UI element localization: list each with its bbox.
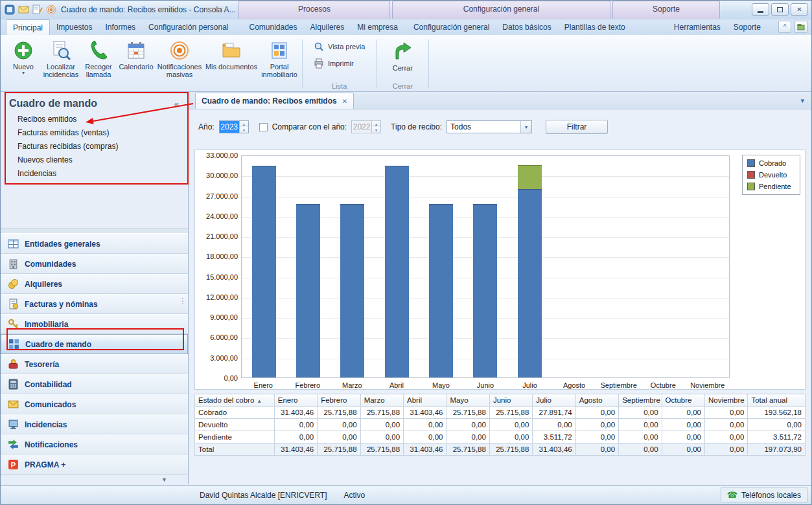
minimize-button[interactable] [752,3,769,16]
sidebar-item-incidencias[interactable]: Incidencias [1,414,188,434]
tab-list-dropdown-icon[interactable]: ▾ [800,96,804,105]
panel-item-incidencias[interactable]: Incidencias [1,167,188,181]
panel-collapse-icon[interactable]: « [174,99,179,109]
tab-principal[interactable]: Principal [6,19,50,35]
ribbon-separator [302,39,303,88]
bar-column-abril [375,156,419,377]
sidebar-nav: Entidades generales Comunidades Alquiler… [1,234,188,475]
tab-plantillas-de-texto[interactable]: Plantillas de texto [558,19,632,35]
sidebar-item-facturas-y-nominas[interactable]: Facturas y nóminas [1,294,188,314]
bar-segment-cobrado-marzo [340,204,364,377]
ribbon-tab-row: Principal Impuestos Informes Configuraci… [1,19,811,35]
close-button[interactable]: ✕ [791,3,808,16]
tab-close-icon[interactable]: ✕ [342,98,347,105]
sidebar-item-tesoreria[interactable]: Tesorería [1,354,188,374]
tab-informes[interactable]: Informes [99,19,142,35]
tab-configuracion-personal[interactable]: Configuración personal [142,19,235,35]
panel-item-nuevos-clientes[interactable]: Nuevos clientes [1,153,188,167]
nav-label: Entidades generales [25,240,100,249]
portal-inmobiliario-button[interactable]: Portal inmobiliario [259,37,300,91]
year-value[interactable]: 2023 [220,121,239,133]
calendario-button[interactable]: Calendario [117,37,155,91]
ribbon-collapse-button[interactable]: ^ [778,21,791,33]
maximize-button[interactable] [771,3,789,16]
combo-dropdown-icon[interactable]: ▾ [520,121,531,133]
table-header-noviembre[interactable]: Noviembre [705,394,748,407]
nav-label: Comunicados [25,400,76,409]
table-header-agosto[interactable]: Agosto [575,394,618,407]
table-header-octubre[interactable]: Octubre [662,394,704,407]
titlebar[interactable]: Cuadro de mando: Recibos emitidos - Cons… [1,1,811,19]
mail-icon[interactable] [18,5,30,15]
table-header-julio[interactable]: Julio [533,394,575,407]
value-cell: 0,00 [662,407,704,419]
tab-comunidades[interactable]: Comunidades [243,19,304,35]
local-phones-panel[interactable]: ☎ Teléfonos locales [721,488,807,502]
value-cell: 0,00 [705,443,748,456]
vista-previa-button[interactable]: Vista previa [310,38,369,55]
table-header-enero[interactable]: Enero [274,394,317,407]
compare-checkbox[interactable] [259,123,268,131]
tab-soporte[interactable]: Soporte [727,19,767,35]
localizar-incidencias-button[interactable]: Localizar incidencias [42,37,80,91]
sidebar-item-cuadro-de-mando[interactable]: Cuadro de mando [1,334,188,354]
bar-column-octubre [640,156,684,377]
panel-item-facturas-emitidas[interactable]: Facturas emitidas (ventas) [1,126,188,140]
mis-documentos-button[interactable]: Mis documentos [204,37,259,91]
sidebar-item-comunidades[interactable]: Comunidades [1,254,188,274]
sidebar-item-contabilidad[interactable]: Contabilidad [1,374,188,394]
sidebar-item-entidades-generales[interactable]: Entidades generales [1,234,188,254]
tab-datos-basicos[interactable]: Datos básicos [496,19,557,35]
edit-document-icon[interactable] [32,5,43,15]
recoger-llamada-button[interactable]: Recoger llamada [80,37,117,91]
imprimir-button[interactable]: Imprimir [310,55,369,72]
panel-item-recibos-emitidos[interactable]: Recibos emitidos [1,113,188,126]
receipt-type-combo[interactable]: Todos ▾ [447,120,532,133]
table-header-febrero[interactable]: Febrero [318,394,360,407]
table-header-mayo[interactable]: Mayo [447,394,489,407]
tab-alquileres[interactable]: Alquileres [304,19,351,35]
spin-down-icon[interactable]: ▼ [240,127,248,133]
table-header-junio[interactable]: Junio [489,394,532,407]
table-header-total-anual[interactable]: Total anual [748,394,806,407]
sync-arrows-icon [8,439,19,450]
document-tab[interactable]: Cuadro de mando: Recibos emitidos ✕ [195,93,354,109]
splitter-grip-icon[interactable]: ⋮ [179,297,187,306]
spin-up-icon[interactable]: ▲ [240,121,248,127]
tab-configuracion-general[interactable]: Configuración general [407,19,496,35]
tab-impuestos[interactable]: Impuestos [50,19,99,35]
sidebar-item-alquileres[interactable]: Alquileres [1,274,188,294]
table-header-marzo[interactable]: Marzo [360,394,403,407]
x-axis-label-julio: Julio [507,381,552,389]
nuevo-button[interactable]: Nuevo ▾ [5,37,42,91]
sidebar-splitter[interactable] [1,229,188,234]
help-panel-button[interactable] [795,21,807,33]
window-controls: ✕ [752,3,808,16]
notificaciones-masivas-button[interactable]: Notificaciones masivas [155,37,204,91]
y-axis-tick-label: 6.000,00 [196,333,238,341]
table-header-estado-del-cobro[interactable]: Estado del cobro▲ [195,394,275,407]
new-plus-icon [13,40,34,61]
sidebar-collapse-strip[interactable]: ▼ [1,475,188,484]
sidebar-item-notificaciones[interactable]: Notificaciones [1,434,188,454]
row-label: Pendiente [195,431,275,443]
sidebar-item-inmobiliaria[interactable]: Inmobiliaria [1,314,188,334]
panel-item-facturas-recibidas[interactable]: Facturas recibidas (compras) [1,140,188,153]
filtrar-button[interactable]: Filtrar [546,120,608,134]
table-header-septiembre[interactable]: Septiembre [619,394,662,407]
sidebar: Cuadro de mando « Recibos emitidos Factu… [1,92,189,484]
year-spinner[interactable]: 2023 ▲ ▼ [219,120,249,133]
document-tab-label: Cuadro de mando: Recibos emitidos [202,96,337,106]
value-cell: 0,00 [619,443,662,456]
phone-icon: ☎ [727,490,737,500]
table-header-abril[interactable]: Abril [404,394,447,407]
sidebar-item-pragma[interactable]: P PRAGMA + [1,454,188,475]
sidebar-item-comunicados[interactable]: Comunicados [1,394,188,414]
value-cell: 25.715,88 [447,443,489,456]
tab-mi-empresa[interactable]: Mi empresa [351,19,404,35]
tab-herramientas[interactable]: Herramientas [667,19,727,35]
nav-label: Inmobiliaria [25,320,68,329]
x-axis-label-enero: Enero [241,381,286,389]
value-cell: 0,00 [662,431,704,443]
cerrar-button[interactable]: Cerrar [384,38,421,72]
